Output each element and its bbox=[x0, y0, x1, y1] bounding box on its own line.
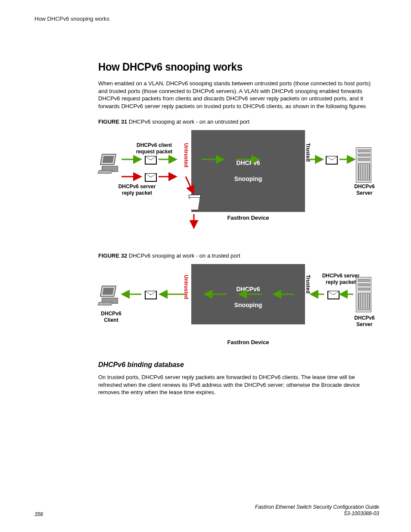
client-request-label: DHCPv6 clientrequest packet bbox=[128, 142, 180, 155]
fastiron-caption: FastIron Device bbox=[191, 339, 305, 345]
footer-guide-title: FastIron Ethernet Switch Security Config… bbox=[255, 504, 379, 511]
trash-icon bbox=[189, 195, 200, 210]
server-reply-label: DHCPv6 serverreply packet bbox=[111, 184, 163, 196]
box-line-2: Snooping bbox=[234, 175, 262, 182]
box-line-1: DHCPv6 bbox=[236, 286, 260, 292]
page-number: 356 bbox=[34, 511, 43, 517]
figure32-caption-text: DHCPv6 snooping at work - on a trusted p… bbox=[129, 252, 240, 259]
untrusted-label: Untrusted bbox=[183, 143, 189, 168]
fastiron-caption: FastIron Device bbox=[191, 215, 305, 221]
untrusted-label: Untrusted bbox=[183, 275, 189, 299]
figure31-caption-text: DHCPv6 snooping at work - on an untruste… bbox=[129, 118, 249, 125]
figure31: Untrusted Trusted DHCPv6 Snooping FastIr… bbox=[98, 130, 374, 242]
page: How DHCPv6 snooping works How DHCPv6 sno… bbox=[0, 0, 411, 532]
device-box-text: DHCPv6 Snooping bbox=[191, 155, 305, 187]
figure32-number: FIGURE 32 bbox=[98, 252, 127, 259]
footer-doc-id: 53-1003088-03 bbox=[255, 510, 379, 517]
packet-icon bbox=[145, 173, 157, 182]
figure31-caption: FIGURE 31 DHCPv6 snooping at work - on a… bbox=[98, 118, 379, 125]
client-pc-icon bbox=[98, 154, 120, 175]
box-line-2: Snooping bbox=[234, 302, 262, 308]
figure32: Untrusted Trusted DHCPv6 Snooping FastIr… bbox=[98, 264, 374, 350]
server-label: DHCPv6Server bbox=[352, 315, 377, 327]
client-label: DHCPv6Client bbox=[98, 311, 124, 323]
packet-icon bbox=[145, 156, 157, 165]
subsection-body: On trusted ports, DHCPv6 server reply pa… bbox=[98, 373, 379, 396]
running-header: How DHCPv6 snooping works bbox=[34, 16, 109, 22]
intro-paragraph: When enabled on a VLAN, DHCPv6 snooping … bbox=[98, 80, 379, 110]
main-content: How DHCPv6 snooping works When enabled o… bbox=[98, 60, 379, 405]
box-line-1: DHCPv6 bbox=[236, 159, 260, 166]
packet-icon bbox=[145, 291, 157, 299]
subsection-title: DHCPv6 binding database bbox=[98, 361, 362, 369]
server-icon bbox=[356, 147, 371, 183]
server-reply-label: DHCPv6 serverreply packet bbox=[317, 273, 364, 285]
figure31-number: FIGURE 31 bbox=[98, 118, 127, 125]
packet-icon bbox=[327, 291, 339, 299]
figure32-caption: FIGURE 32 DHCPv6 snooping at work - on a… bbox=[98, 252, 379, 259]
server-label: DHCPv6Server bbox=[352, 184, 377, 196]
client-pc-icon bbox=[98, 286, 120, 307]
packet-icon bbox=[326, 156, 338, 165]
trusted-label: Trusted bbox=[305, 275, 311, 293]
trusted-label: Trusted bbox=[305, 143, 311, 162]
page-footer: 356 FastIron Ethernet Switch Security Co… bbox=[34, 504, 379, 517]
section-title: How DHCPv6 snooping works bbox=[98, 60, 357, 74]
device-box-text: DHCPv6 Snooping bbox=[191, 281, 305, 313]
